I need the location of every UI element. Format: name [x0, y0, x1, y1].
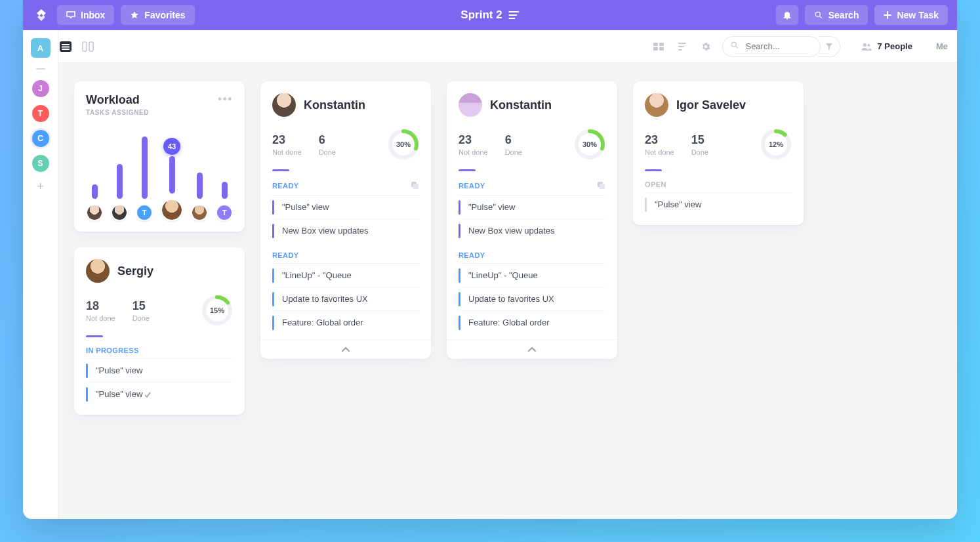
svg-point-12 — [863, 43, 867, 46]
progress-ring: 12% — [760, 129, 792, 160]
workspace-badge[interactable]: A — [31, 38, 51, 58]
sidebar-space-t[interactable]: T — [32, 105, 49, 122]
svg-rect-9 — [653, 47, 658, 51]
task-stripe — [459, 316, 460, 330]
sidebar-space-c[interactable]: C — [32, 130, 49, 147]
new-task-button[interactable]: New Task — [874, 5, 948, 25]
me-link[interactable]: Me — [936, 41, 948, 51]
not-done-count: 18 — [86, 299, 115, 313]
avatar[interactable] — [86, 204, 103, 221]
people-icon — [861, 42, 872, 51]
svg-rect-23 — [600, 184, 605, 189]
person-name: Igor Savelev — [676, 98, 746, 112]
task-item[interactable]: "Pulse" view — [459, 195, 605, 219]
app-logo[interactable] — [32, 6, 51, 24]
task-item[interactable]: "Pulse" view — [86, 358, 233, 382]
board-view-toggle[interactable] — [81, 39, 95, 54]
add-space-button[interactable]: + — [37, 180, 44, 194]
svg-rect-2 — [62, 44, 70, 45]
inbox-label: Inbox — [81, 10, 105, 20]
group-icon[interactable] — [651, 39, 666, 54]
person-name: Konstantin — [304, 98, 365, 112]
task-item[interactable]: "LineUp" - "Queue — [272, 263, 419, 287]
avatar[interactable] — [161, 199, 183, 221]
sort-icon[interactable] — [675, 39, 689, 54]
expand-button[interactable] — [260, 339, 431, 359]
workload-card: Workload TASKS ASSIGNED ••• T43T — [74, 81, 245, 232]
task-item[interactable]: "Pulse" view — [645, 192, 792, 216]
accent-underline — [459, 169, 476, 171]
workload-bar[interactable] — [86, 127, 103, 221]
avatar[interactable] — [111, 204, 128, 221]
filter-button[interactable] — [818, 36, 840, 57]
task-title: "Pulse" view — [96, 365, 142, 375]
avatar[interactable]: T — [136, 204, 153, 221]
search-icon — [814, 10, 823, 20]
workload-bar[interactable] — [191, 127, 208, 221]
avatar[interactable] — [86, 259, 110, 283]
task-stripe — [459, 200, 460, 215]
more-icon[interactable]: ••• — [218, 93, 233, 105]
notifications-button[interactable] — [776, 5, 798, 25]
done-count: 6 — [505, 133, 522, 147]
workload-chart: T43T — [86, 123, 233, 221]
svg-rect-4 — [62, 49, 70, 50]
task-item[interactable]: Feature: Global order — [459, 310, 605, 334]
progress-ring: 30% — [574, 129, 605, 160]
svg-point-11 — [732, 42, 737, 47]
task-item[interactable]: New Box view updates — [459, 219, 605, 242]
inbox-button[interactable]: Inbox — [57, 5, 114, 25]
task-stripe — [459, 224, 460, 238]
search-field[interactable] — [722, 36, 821, 57]
sidebar-space-j[interactable]: J — [32, 80, 49, 97]
search-button[interactable]: Search — [805, 5, 868, 25]
favorites-label: Favorites — [144, 10, 185, 20]
task-title: "Pulse" view — [96, 389, 142, 399]
workload-subtitle: TASKS ASSIGNED — [86, 109, 149, 116]
section-label: READY — [272, 251, 299, 259]
done-count: 6 — [319, 133, 336, 147]
task-item[interactable]: "Pulse" view — [86, 382, 233, 406]
sidebar-space-s[interactable]: S — [32, 155, 49, 172]
workload-bar[interactable]: T — [136, 127, 153, 221]
task-item[interactable]: Feature: Global order — [272, 310, 419, 334]
section-label: READY — [272, 182, 299, 190]
task-item[interactable]: New Box view updates — [272, 219, 419, 242]
search-label: Search — [828, 10, 859, 20]
workload-bar[interactable]: T — [216, 127, 233, 221]
task-item[interactable]: Update to favorites UX — [459, 287, 605, 310]
avatar[interactable]: T — [216, 204, 233, 221]
favorites-button[interactable]: Favorites — [121, 5, 194, 25]
workload-title: Workload — [86, 93, 149, 107]
person-card: Konstantin 23Not done 6Done 30% READY"Pu… — [260, 81, 431, 359]
avatar[interactable] — [272, 93, 296, 117]
settings-icon[interactable] — [699, 39, 713, 54]
done-count: 15 — [691, 133, 708, 147]
page-title[interactable]: Sprint 2 — [460, 9, 519, 22]
task-stripe — [272, 316, 274, 330]
workload-bar[interactable]: 43 — [161, 121, 183, 221]
avatar[interactable] — [645, 93, 668, 117]
avatar[interactable] — [191, 204, 208, 221]
task-item[interactable]: Update to favorites UX — [272, 287, 419, 310]
task-title: Update to favorites UX — [282, 294, 368, 304]
svg-rect-8 — [659, 43, 664, 46]
task-item[interactable]: "LineUp" - "Queue — [459, 263, 605, 287]
task-title: Feature: Global order — [468, 318, 550, 327]
task-stripe — [272, 268, 274, 283]
svg-point-0 — [815, 12, 820, 16]
svg-rect-5 — [83, 42, 87, 51]
task-title: "LineUp" - "Queue — [282, 270, 352, 280]
not-done-count: 23 — [272, 133, 302, 147]
avatar[interactable] — [459, 93, 482, 117]
duplicate-icon[interactable] — [596, 180, 605, 191]
list-view-toggle[interactable] — [58, 39, 73, 54]
task-title: Feature: Global order — [282, 318, 363, 327]
task-item[interactable]: "Pulse" view — [272, 195, 419, 219]
toolbar: 7 People Me — [23, 30, 957, 63]
workload-bar[interactable] — [111, 127, 128, 221]
workload-highlight-badge: 43 — [163, 138, 180, 155]
duplicate-icon[interactable] — [410, 180, 419, 191]
expand-button[interactable] — [447, 339, 617, 359]
people-count[interactable]: 7 People — [861, 41, 912, 51]
